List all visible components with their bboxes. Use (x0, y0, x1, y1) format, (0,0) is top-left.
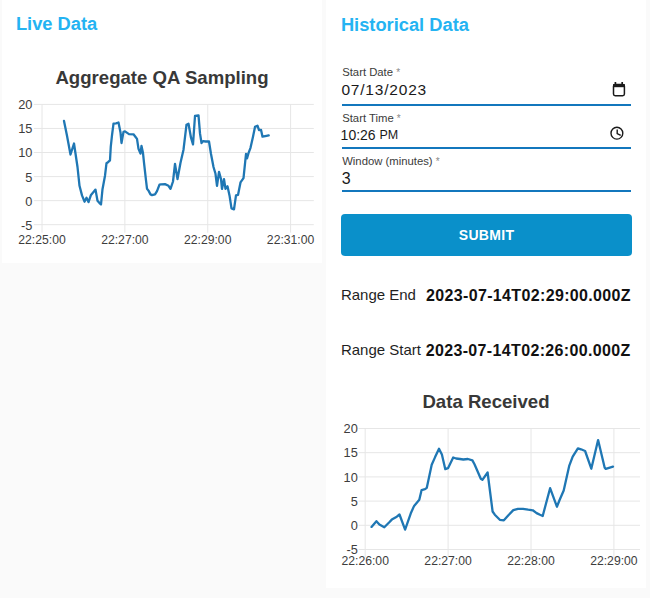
svg-text:15: 15 (344, 445, 358, 460)
svg-text:22:29:00: 22:29:00 (184, 233, 232, 247)
svg-text:0: 0 (351, 518, 358, 533)
svg-text:Aggregate QA Sampling: Aggregate QA Sampling (55, 67, 268, 88)
svg-text:22:25:00: 22:25:00 (18, 233, 66, 247)
svg-text:15: 15 (18, 121, 32, 136)
svg-text:5: 5 (351, 494, 358, 509)
svg-text:22:27:00: 22:27:00 (424, 554, 472, 568)
svg-text:20: 20 (18, 97, 32, 112)
svg-text:22:28:00: 22:28:00 (507, 554, 555, 568)
svg-text:0: 0 (25, 194, 32, 209)
svg-text:Data Received: Data Received (422, 391, 549, 412)
svg-text:5: 5 (25, 170, 32, 185)
svg-text:22:27:00: 22:27:00 (101, 233, 149, 247)
svg-text:20: 20 (344, 421, 358, 436)
svg-text:10: 10 (344, 470, 358, 485)
svg-text:22:31:00: 22:31:00 (267, 233, 315, 247)
svg-text:10: 10 (18, 145, 32, 160)
svg-text:22:26:00: 22:26:00 (341, 554, 389, 568)
svg-text:-5: -5 (21, 218, 32, 233)
svg-text:22:29:00: 22:29:00 (590, 554, 638, 568)
